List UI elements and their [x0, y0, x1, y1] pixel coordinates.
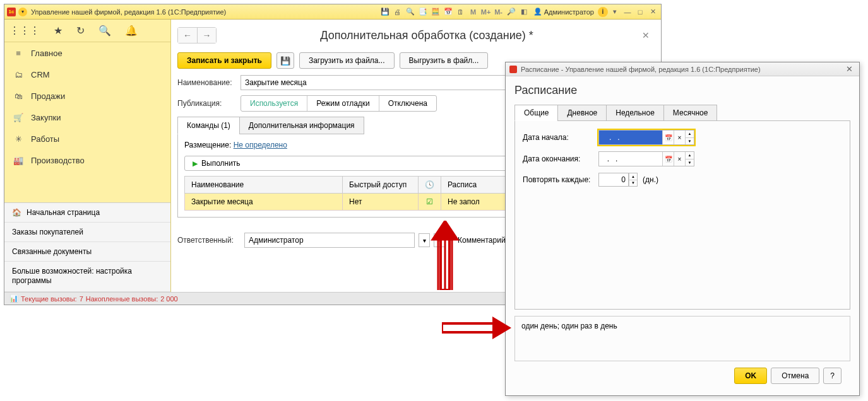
pub-option-debug[interactable]: Режим отладки	[307, 96, 379, 111]
sidebar-item-crm[interactable]: 🗂CRM	[4, 64, 170, 85]
tab-additional-info[interactable]: Дополнительная информация	[239, 117, 364, 134]
history-icon[interactable]: ↻	[76, 25, 85, 37]
play-icon: ▶	[193, 160, 198, 168]
cell-name: Закрытие месяца	[185, 194, 343, 211]
calculator-icon[interactable]: 🧮	[430, 6, 441, 18]
zoom-icon[interactable]: 🔎	[506, 6, 517, 18]
start-date-up-icon[interactable]: ▲	[685, 131, 694, 138]
save-and-close-button[interactable]: Записать и закрыть	[177, 52, 271, 69]
repeat-label: Повторять каждые:	[523, 175, 598, 184]
pub-option-disabled[interactable]: Отключена	[379, 96, 436, 111]
dialog-tab-general[interactable]: Общие	[514, 105, 558, 121]
ok-button[interactable]: OK	[734, 368, 767, 384]
nav-buttons: ← →	[177, 27, 217, 44]
sidebar-item-main[interactable]: ≡Главное	[4, 42, 170, 64]
memory-mminus-icon[interactable]: M-	[493, 6, 504, 18]
close-page-icon[interactable]: ✕	[637, 28, 655, 43]
print-icon[interactable]: 🖨	[392, 6, 403, 18]
start-date-calendar-icon[interactable]: 📅	[662, 131, 674, 144]
repeat-up-icon[interactable]: ▲	[629, 173, 637, 180]
export-to-file-button[interactable]: Выгрузить в файл...	[400, 52, 489, 69]
notifications-icon[interactable]: 🔔	[125, 25, 138, 37]
apps-grid-icon[interactable]: ⋮⋮⋮	[9, 25, 40, 37]
calendar-icon[interactable]: 📅	[443, 6, 454, 18]
start-date-label: Дата начала:	[523, 133, 598, 142]
panels-icon[interactable]: ◧	[518, 6, 530, 18]
end-date-down-icon[interactable]: ▼	[685, 160, 694, 166]
preview-icon[interactable]: 🔍	[405, 6, 416, 18]
info-icon[interactable]: i	[598, 7, 608, 17]
responsible-open-icon[interactable]: ▫	[434, 233, 445, 247]
end-date-input[interactable]	[599, 152, 662, 166]
sidebar-toolbar: ⋮⋮⋮ ★ ↻ 🔍 🔔	[4, 20, 170, 42]
compare-icon[interactable]: 📑	[417, 6, 429, 18]
end-date-up-icon[interactable]: ▲	[685, 152, 694, 160]
window-title: Управление нашей фирмой, редакция 1.6 (1…	[31, 8, 379, 16]
nav-back-button[interactable]: ←	[178, 28, 197, 43]
placement-link[interactable]: Не определено	[234, 141, 287, 149]
repeat-unit: (дн.)	[643, 175, 658, 184]
home-page-link[interactable]: 🏠Начальная страница	[4, 203, 170, 223]
schedule-summary: один день; один раз в день	[514, 316, 850, 361]
sales-icon: 🛍	[13, 91, 23, 101]
sidebar-item-label: Производство	[31, 156, 85, 165]
history-dropdown-icon[interactable]: ▾	[609, 6, 621, 18]
publication-label: Публикация:	[177, 99, 241, 108]
linked-docs-link[interactable]: Связанные документы	[4, 242, 170, 262]
col-clock[interactable]: 🕓	[419, 177, 441, 194]
user-label: Администратор	[544, 8, 594, 16]
load-from-file-button[interactable]: Загрузить из файла...	[299, 52, 395, 69]
sidebar-item-purchases[interactable]: 🛒Закупки	[4, 107, 170, 128]
home-label: Начальная страница	[27, 208, 100, 217]
customer-orders-link[interactable]: Заказы покупателей	[4, 223, 170, 242]
works-icon: ✳	[13, 134, 23, 144]
favorites-icon[interactable]: ★	[54, 25, 62, 37]
dialog-close-icon[interactable]: ✕	[843, 64, 855, 74]
sidebar-item-label: Главное	[31, 49, 62, 58]
more-features-link[interactable]: Больше возможностей: настройка программы	[4, 262, 170, 292]
tab-commands[interactable]: Команды (1)	[177, 117, 240, 134]
sidebar-item-works[interactable]: ✳Работы	[4, 128, 170, 149]
pub-option-enabled[interactable]: Используется	[241, 96, 307, 111]
repeat-input[interactable]	[598, 173, 629, 187]
app-menu-dropdown-icon[interactable]: ▾	[18, 8, 27, 16]
col-quick[interactable]: Быстрый доступ	[343, 177, 419, 194]
repeat-down-icon[interactable]: ▼	[629, 180, 637, 187]
end-date-calendar-icon[interactable]: 📅	[662, 152, 674, 166]
memory-m-icon[interactable]: M	[468, 6, 479, 18]
sidebar-item-label: Работы	[31, 134, 59, 144]
publication-toggle: Используется Режим отладки Отключена	[241, 95, 437, 112]
current-user[interactable]: 👤 Администратор	[533, 8, 594, 16]
close-window-icon[interactable]: ✕	[647, 6, 658, 18]
svg-rect-3	[442, 323, 494, 332]
start-date-clear-icon[interactable]: ×	[674, 131, 685, 144]
help-button[interactable]: ?	[823, 368, 841, 384]
app-logo-icon: 1c	[7, 8, 16, 16]
nav-forward-button[interactable]: →	[197, 28, 216, 43]
save-button[interactable]: 💾	[276, 52, 294, 69]
page-title: Дополнительная обработка (создание) *	[217, 29, 637, 42]
dialog-tab-daily[interactable]: Дневное	[557, 105, 607, 121]
cell-scheduled-checkbox[interactable]: ☑	[419, 194, 441, 211]
minimize-icon[interactable]: —	[622, 6, 633, 18]
start-date-down-icon[interactable]: ▼	[685, 138, 694, 145]
responsible-input[interactable]	[244, 233, 415, 248]
col-name[interactable]: Наименование	[185, 177, 343, 194]
search-icon[interactable]: 🔍	[98, 25, 111, 37]
maximize-icon[interactable]: □	[634, 6, 646, 18]
memory-mplus-icon[interactable]: M+	[480, 6, 492, 18]
user-icon: 👤	[533, 8, 542, 16]
status-icon: 📊	[9, 294, 18, 303]
date-icon[interactable]: 🗓	[455, 6, 467, 18]
start-date-input[interactable]	[599, 131, 662, 144]
end-date-clear-icon[interactable]: ×	[674, 152, 685, 166]
dialog-tab-monthly[interactable]: Месячное	[663, 105, 718, 121]
schedule-dialog: Расписание - Управление нашей фирмой, ре…	[505, 62, 860, 396]
responsible-dropdown-icon[interactable]: ▾	[419, 233, 430, 247]
cancel-button[interactable]: Отмена	[771, 368, 819, 384]
save-icon[interactable]: 💾	[379, 6, 391, 18]
name-label: Наименование:	[177, 78, 241, 87]
dialog-tab-weekly[interactable]: Недельное	[606, 105, 664, 121]
sidebar-item-sales[interactable]: 🛍Продажи	[4, 85, 170, 107]
sidebar-item-production[interactable]: 🏭Производство	[4, 149, 170, 171]
